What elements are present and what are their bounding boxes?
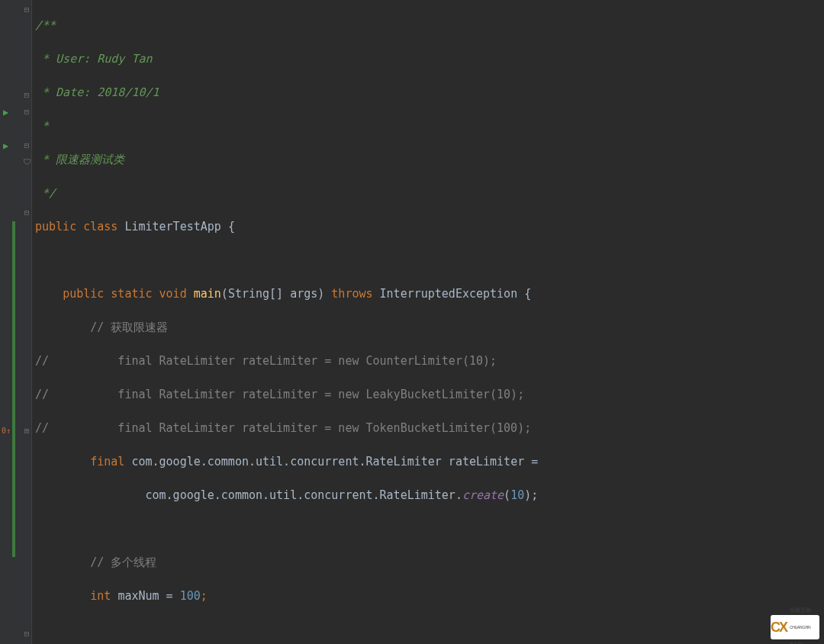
comment: // final RateLimiter rateLimiter = new T… — [35, 421, 531, 435]
kw: public — [35, 220, 83, 233]
gutter: ▶ ▶ 0↑ ⊟ ⊟ ⊟ ⊟ 🛡 ⊟ ⊞ ⊟ — [0, 0, 32, 644]
logo-icon: CX — [771, 619, 787, 636]
fold-icon[interactable]: 🛡 — [21, 154, 32, 171]
javadoc: * 限速器测试类 — [35, 153, 124, 166]
kw: public — [63, 287, 111, 301]
watermark-logo: CX 创新互联 CHUANGXIN HULIAN — [771, 615, 819, 639]
comment: // 多个线程 — [35, 555, 156, 569]
logo-brand: 创新互联 — [790, 602, 819, 619]
fold-icon[interactable]: ⊟ — [21, 87, 32, 104]
vcs-change-marker — [12, 221, 15, 557]
fold-icon[interactable]: ⊟ — [21, 104, 32, 121]
class-name: LimiterTestApp — [124, 220, 227, 233]
kw: throws — [331, 287, 379, 301]
javadoc: /** — [35, 18, 56, 32]
comment: // final RateLimiter rateLimiter = new C… — [35, 354, 497, 368]
kw: class — [83, 220, 124, 233]
run-class-icon[interactable]: ▶ — [3, 104, 8, 121]
comment: // 获取限速器 — [35, 320, 168, 334]
fold-icon[interactable]: ⊟ — [21, 137, 32, 154]
javadoc: * User: Rudy Tan — [35, 52, 153, 66]
javadoc: */ — [35, 186, 56, 200]
logo-sub: CHUANGXIN HULIAN — [790, 619, 819, 644]
fold-icon[interactable]: ⊞ — [21, 423, 32, 440]
method: main — [194, 287, 221, 301]
brace: { — [228, 220, 235, 233]
fold-icon[interactable]: ⊟ — [21, 626, 32, 642]
fold-icon[interactable]: ⊟ — [21, 2, 32, 18]
editor-code[interactable]: /** * User: Rudy Tan * Date: 2018/10/1 *… — [35, 0, 824, 644]
comment: // final RateLimiter rateLimiter = new L… — [35, 388, 524, 401]
javadoc: * Date: 2018/10/1 — [35, 85, 159, 99]
kw: static — [111, 287, 159, 301]
javadoc: * — [35, 119, 49, 133]
kw: void — [159, 287, 194, 301]
run-main-icon[interactable]: ▶ — [3, 137, 8, 154]
modified-icon: 0↑ — [2, 423, 11, 440]
fold-icon[interactable]: ⊟ — [21, 204, 32, 221]
